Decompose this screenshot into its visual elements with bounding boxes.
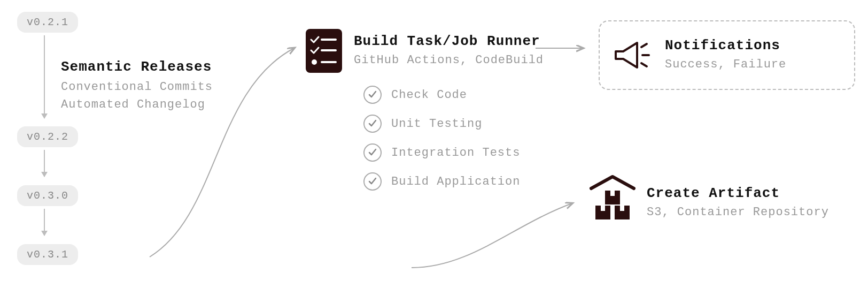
- task-runner-title: Build Task/Job Runner: [354, 33, 544, 49]
- artifact-icon: [587, 171, 638, 225]
- check-list: Check Code Unit Testing Integration Test…: [363, 86, 520, 201]
- check-icon: [363, 172, 382, 191]
- check-icon: [363, 115, 382, 133]
- svg-rect-14: [620, 206, 624, 211]
- artifact-title: Create Artifact: [647, 185, 829, 201]
- arrow-curve-icon: [144, 43, 299, 262]
- svg-line-6: [641, 44, 647, 47]
- check-icon: [363, 143, 382, 162]
- check-item: Check Code: [363, 86, 520, 104]
- svg-line-8: [641, 63, 647, 66]
- svg-rect-12: [601, 206, 605, 211]
- svg-point-3: [312, 59, 317, 65]
- notifications-sub: Success, Failure: [665, 56, 786, 73]
- check-icon: [363, 86, 382, 104]
- version-pill: v0.3.0: [17, 185, 78, 206]
- artifact-sub: S3, Container Repository: [647, 203, 829, 221]
- check-label: Integration Tests: [391, 146, 520, 160]
- check-label: Build Application: [391, 175, 520, 188]
- check-item: Build Application: [363, 172, 520, 191]
- notifications-title: Notifications: [665, 37, 786, 54]
- check-label: Check Code: [391, 88, 467, 102]
- version-pill: v0.2.1: [17, 12, 78, 33]
- arrow-down-icon: [44, 35, 45, 118]
- arrow-down-icon: [44, 150, 45, 177]
- notifications-block: Notifications Success, Failure: [599, 20, 855, 90]
- version-pill: v0.3.1: [17, 244, 78, 265]
- arrow-curve-icon: [406, 193, 577, 273]
- check-item: Integration Tests: [363, 143, 520, 162]
- arrow-down-icon: [44, 209, 45, 236]
- check-item: Unit Testing: [363, 115, 520, 133]
- task-runner-icon: [303, 27, 345, 78]
- svg-rect-10: [610, 191, 615, 196]
- check-label: Unit Testing: [391, 117, 482, 131]
- task-runner-block: Build Task/Job Runner GitHub Actions, Co…: [354, 33, 544, 69]
- arrow-right-icon: [534, 43, 588, 54]
- artifact-block: Create Artifact S3, Container Repository: [647, 185, 829, 221]
- version-pill: v0.2.2: [17, 126, 78, 147]
- megaphone-icon: [610, 31, 653, 79]
- task-runner-sub: GitHub Actions, CodeBuild: [354, 51, 544, 69]
